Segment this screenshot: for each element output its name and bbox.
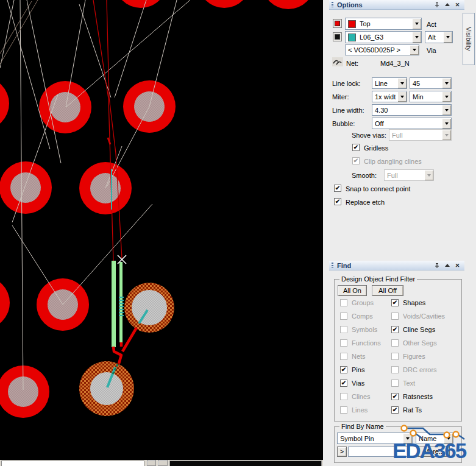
chevron-down-icon[interactable] xyxy=(397,91,407,102)
find-filter-checkbox[interactable]: ✔ xyxy=(391,299,399,306)
chevron-down-icon[interactable] xyxy=(443,32,452,43)
find-filter-label: Vias xyxy=(352,380,364,387)
dock-pin-button[interactable] xyxy=(433,1,441,9)
find-filter-row: ✔Cline Segs xyxy=(391,323,435,336)
find-filter-row: ✔Pins xyxy=(340,363,364,376)
chevron-down-icon[interactable] xyxy=(442,105,451,115)
filter-group-label: Design Object Find Filter xyxy=(339,275,417,283)
close-icon: ✕ xyxy=(455,2,460,8)
snap-to-connect-checkbox[interactable]: ✔ xyxy=(334,185,341,192)
find-filter-label: Symbols xyxy=(352,326,377,333)
miter-min-combo[interactable]: Min xyxy=(410,91,452,102)
close-button[interactable]: ✕ xyxy=(453,262,461,269)
highlighted-trace[interactable] xyxy=(112,261,116,347)
find-filter-checkbox[interactable]: ✔ xyxy=(391,326,399,333)
find-filter-checkbox xyxy=(391,353,399,360)
chevron-down-icon[interactable] xyxy=(444,433,453,443)
chevron-up-icon xyxy=(445,264,450,267)
shove-vias-combo: Full xyxy=(389,129,452,141)
find-filter-row: ✔Vias xyxy=(340,376,364,390)
find-filter-row: Nets xyxy=(340,350,366,363)
canvas-bottom-bar xyxy=(0,460,323,466)
options-panel-title: Options xyxy=(337,1,363,9)
find-filter-row: ✔Ratsnests xyxy=(391,390,433,403)
highlighted-trace[interactable] xyxy=(119,262,123,342)
command-field[interactable] xyxy=(1,461,144,466)
find-by-name-input[interactable] xyxy=(348,447,427,457)
chevron-down-icon[interactable] xyxy=(403,433,412,443)
net-etch-icon xyxy=(332,57,343,66)
chevron-down-icon[interactable] xyxy=(410,45,419,55)
options-panel: Options ✕ Top Act L06_G xyxy=(329,0,464,258)
replace-etch-checkbox[interactable]: ✔ xyxy=(334,198,341,205)
panel-grip-icon xyxy=(332,2,333,7)
via-value: < VC050D025P > xyxy=(348,46,400,54)
close-button[interactable]: ✕ xyxy=(453,1,461,9)
bubble-combo[interactable]: Off xyxy=(372,118,452,129)
find-panel-titlebar[interactable]: Find ✕ xyxy=(329,261,464,270)
chevron-down-icon[interactable] xyxy=(442,118,451,129)
find-filter-row: Text xyxy=(391,376,415,390)
find-filter-checkbox xyxy=(391,312,399,320)
alt-combo[interactable]: Alt xyxy=(425,31,453,43)
via-combo[interactable]: < VC050D025P > xyxy=(345,44,419,55)
options-panel-titlebar[interactable]: Options ✕ xyxy=(329,0,464,10)
pcb-canvas[interactable] xyxy=(0,0,323,460)
find-filter-label: Pins xyxy=(352,366,364,373)
find-filter-checkbox xyxy=(340,326,347,333)
alternate-layer-combo[interactable]: L06_G3 xyxy=(345,31,422,43)
find-filter-row: ✔Shapes xyxy=(391,296,425,309)
miter-combo[interactable]: 1x widt xyxy=(372,91,407,102)
find-filter-label: Clines xyxy=(352,393,371,400)
chevron-down-icon xyxy=(424,170,433,180)
find-filter-checkbox xyxy=(391,380,399,387)
chevron-down-icon[interactable] xyxy=(397,78,407,88)
find-filter-label: DRC errors xyxy=(403,366,437,373)
chevron-up-icon xyxy=(445,3,450,6)
layer-color-swatch xyxy=(348,34,356,41)
line-lock-combo[interactable]: Line xyxy=(372,77,407,89)
find-filter-checkbox[interactable]: ✔ xyxy=(391,406,399,414)
chevron-down-icon[interactable] xyxy=(442,78,451,88)
chevron-down-icon[interactable] xyxy=(442,91,451,102)
find-filter-checkbox xyxy=(340,339,347,347)
alt-class-color-button[interactable] xyxy=(333,32,342,41)
active-class-color-button[interactable] xyxy=(333,19,342,28)
find-filter-label: Voids/Cavities xyxy=(403,312,445,320)
black-swatch-icon xyxy=(335,34,340,40)
active-layer-combo[interactable]: Top xyxy=(345,18,422,30)
collapse-button[interactable] xyxy=(443,262,451,269)
scroll-button-right[interactable] xyxy=(158,460,168,466)
pin-icon xyxy=(434,2,440,8)
find-filter-checkbox[interactable]: ✔ xyxy=(340,380,347,387)
shove-vias-label: Shove vias: xyxy=(352,132,386,139)
collapse-button[interactable] xyxy=(443,1,451,9)
console-field[interactable] xyxy=(169,461,322,466)
smooth-label: Smooth: xyxy=(352,172,377,179)
chevron-down-icon[interactable] xyxy=(412,32,421,43)
find-filter-label: Ratsnests xyxy=(403,393,433,400)
find-filter-label: Cline Segs xyxy=(403,326,435,333)
expand-button[interactable]: > xyxy=(337,447,347,457)
line-lock-angle-combo[interactable]: 45 xyxy=(410,77,452,89)
scroll-button-left[interactable] xyxy=(147,460,156,466)
dock-pin-button[interactable] xyxy=(433,262,441,269)
more-button[interactable]: More... xyxy=(418,446,450,457)
gridless-checkbox[interactable]: ✔ xyxy=(352,144,360,151)
via-label: Via xyxy=(427,47,436,54)
find-filter-checkbox[interactable]: ✔ xyxy=(391,393,399,400)
find-filter-checkbox[interactable]: ✔ xyxy=(340,366,347,373)
find-filter-label: Functions xyxy=(352,339,381,347)
tab-visibility[interactable]: Visibility xyxy=(463,13,475,65)
line-width-combo[interactable]: 4.30 xyxy=(372,104,452,116)
chevron-down-icon[interactable] xyxy=(412,18,421,29)
name-mode-combo[interactable]: Name xyxy=(416,432,453,444)
clip-dangling-clines-label: Clip dangling clines xyxy=(364,158,422,165)
find-filter-checkbox xyxy=(391,366,399,373)
all-on-button[interactable]: All On xyxy=(338,285,367,296)
clip-dangling-clines-checkbox: ✔ xyxy=(352,157,360,164)
find-filter-checkbox xyxy=(340,406,347,414)
name-type-combo[interactable]: Symbol Pin xyxy=(337,432,413,444)
all-off-button[interactable]: All Off xyxy=(372,285,403,296)
find-filter-checkbox xyxy=(340,393,347,400)
